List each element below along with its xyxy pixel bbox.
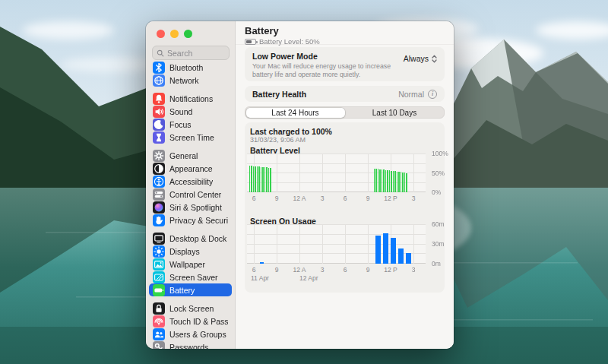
x-tick-label: 3	[321, 195, 325, 202]
fingerprint-icon	[153, 315, 165, 328]
toggles-icon	[153, 188, 165, 201]
zoom-window-button[interactable]	[184, 30, 192, 38]
chart-bar	[268, 168, 270, 193]
gridline	[322, 154, 323, 192]
sidebar-item-label: General	[169, 151, 198, 160]
y-tick-label: 0m	[432, 260, 441, 267]
hourglass-icon	[153, 131, 165, 144]
lock-icon	[153, 302, 165, 315]
minimize-window-button[interactable]	[170, 30, 179, 38]
sidebar-item-passwords[interactable]: Passwords	[149, 340, 232, 349]
low-power-mode-select[interactable]: Always	[404, 54, 437, 63]
screen-on-usage-chart	[247, 224, 426, 264]
appearance-icon	[153, 163, 165, 175]
sidebar-item-sound[interactable]: Sound	[149, 105, 232, 118]
screen-chart-x-labels: 6912 A36912 P3	[247, 266, 426, 274]
sidebar-item-siri-spotlight[interactable]: Siri & Spotlight	[149, 201, 232, 214]
gridline	[247, 163, 426, 164]
x-tick-label: 9	[366, 266, 370, 274]
sidebar-item-desktop-dock[interactable]: Desktop & Dock	[149, 232, 232, 245]
sidebar-item-displays[interactable]: Displays	[149, 245, 232, 258]
gridline	[368, 224, 369, 264]
info-icon[interactable]: i	[428, 90, 437, 99]
users-icon	[153, 328, 165, 340]
key-icon	[153, 341, 165, 350]
sidebar-group-gap	[149, 296, 232, 302]
sidebar-item-label: Screen Time	[169, 133, 214, 142]
low-power-mode-description: Your Mac will reduce energy usage to inc…	[252, 62, 408, 80]
sidebar-item-control-center[interactable]: Control Center	[149, 188, 232, 201]
chart-bar	[383, 233, 388, 264]
chart-bar	[391, 171, 392, 193]
search-input[interactable]: Search	[152, 46, 230, 60]
y-tick-label: 50%	[432, 169, 445, 177]
sidebar-item-screen-saver[interactable]: Screen Saver	[149, 271, 232, 283]
sidebar-item-screen-time[interactable]: Screen Time	[149, 131, 232, 144]
sidebar-item-lock-screen[interactable]: Lock Screen	[149, 302, 232, 315]
chart-bar	[375, 236, 381, 264]
pane-header: Battery Battery Level: 50%	[236, 21, 454, 45]
chart-bar	[264, 167, 266, 192]
sidebar-item-accessibility[interactable]: Accessibility	[149, 175, 232, 188]
x-tick-label: 3	[321, 266, 325, 274]
chart-bar	[260, 262, 264, 264]
chart-bar	[255, 166, 256, 193]
system-settings-window: Search BluetoothNetworkNotificationsSoun…	[146, 21, 454, 349]
chart-bar	[402, 173, 404, 193]
sidebar-item-wallpaper[interactable]: Wallpaper	[149, 258, 232, 271]
x-tick-label: 12 P	[384, 195, 397, 202]
gridline	[277, 154, 277, 192]
chart-bar	[270, 168, 271, 193]
chart-bar	[387, 170, 388, 192]
dock-icon	[153, 233, 165, 245]
sidebar-item-focus[interactable]: Focus	[149, 118, 232, 131]
settings-sidebar: Search BluetoothNetworkNotificationsSoun…	[146, 21, 236, 349]
battery-chart-x-labels: 6912 A36912 P3	[247, 195, 426, 202]
sidebar-item-touch-id-password[interactable]: Touch ID & Password	[149, 315, 232, 328]
sidebar-item-label: Screen Saver	[169, 273, 218, 282]
search-icon	[157, 49, 164, 57]
chart-bar	[383, 169, 385, 192]
battery-icon	[153, 284, 165, 296]
sidebar-item-network[interactable]: Network	[149, 74, 232, 87]
bell-icon	[153, 93, 165, 105]
globe-icon	[153, 74, 165, 87]
chart-bar	[394, 171, 396, 192]
sidebar-item-label: Passwords	[169, 343, 208, 350]
sidebar-item-label: Touch ID & Password	[169, 317, 228, 326]
battery-level-chart	[247, 154, 426, 192]
sidebar-group-gap	[149, 144, 232, 149]
sidebar-item-notifications[interactable]: Notifications	[149, 92, 232, 105]
chart-bar	[398, 172, 400, 193]
close-window-button[interactable]	[157, 30, 165, 38]
sidebar-item-label: Displays	[169, 247, 200, 256]
sidebar-item-label: Users & Groups	[169, 330, 226, 339]
low-power-mode-card: Low Power Mode Your Mac will reduce ener…	[245, 47, 445, 81]
gridline	[247, 244, 426, 245]
sidebar-item-label: Desktop & Dock	[169, 234, 226, 243]
sidebar-item-bluetooth[interactable]: Bluetooth	[149, 61, 232, 74]
x-tick-label: 6	[252, 266, 256, 274]
chart-bar	[253, 166, 255, 193]
sidebar-group-gap	[149, 87, 232, 92]
battery-level-status: Battery Level: 50%	[245, 37, 445, 46]
sidebar-item-general[interactable]: General	[149, 149, 232, 162]
sidebar-item-label: Privacy & Security	[169, 216, 228, 225]
tab-last-24-hours[interactable]: Last 24 Hours	[246, 108, 345, 118]
sidebar-item-label: Notifications	[169, 94, 213, 103]
sidebar-item-privacy-security[interactable]: Privacy & Security	[149, 214, 232, 226]
sidebar-item-battery[interactable]: Battery	[149, 283, 232, 296]
x-tick-label: 9	[275, 266, 279, 274]
sidebar-item-users-groups[interactable]: Users & Groups	[149, 328, 232, 340]
tab-last-10-days[interactable]: Last 10 Days	[345, 107, 444, 118]
sidebar-item-appearance[interactable]: Appearance	[149, 162, 232, 175]
x-tick-label: 6	[252, 195, 256, 202]
screen-chart-date-labels: 11 Apr12 Apr	[247, 274, 426, 282]
moon-icon	[153, 119, 165, 131]
gridline	[368, 154, 369, 192]
chart-bar	[389, 170, 391, 192]
battery-level-text: Battery Level: 50%	[259, 37, 320, 46]
screensaver-icon	[153, 271, 165, 283]
x-tick-label: 12 P	[384, 266, 397, 274]
chart-bar	[406, 253, 411, 264]
